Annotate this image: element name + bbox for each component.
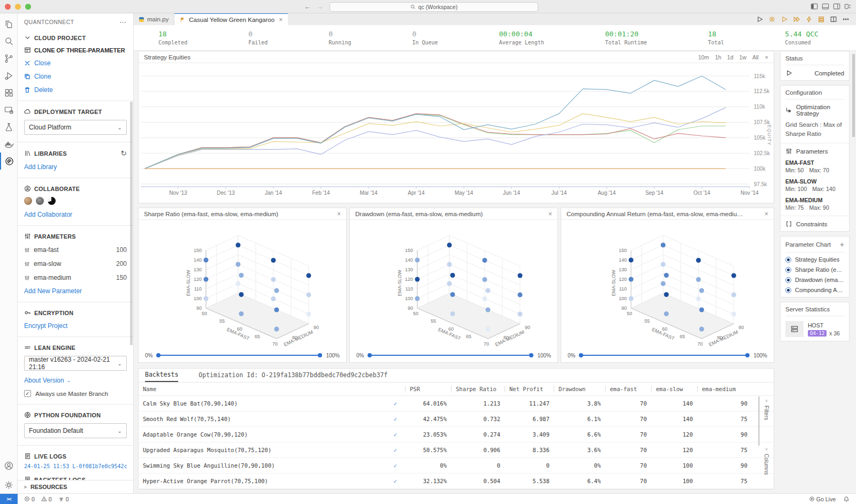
parameter-ema-slow[interactable]: ema-slow200: [24, 260, 127, 268]
run-debug-icon[interactable]: [0, 67, 18, 84]
chart-option-drawdown-ema-fast[interactable]: Drawdown (ema-fast, ...: [785, 277, 844, 283]
warnings-indicator[interactable]: 0: [41, 496, 52, 502]
server-stack-icon[interactable]: [817, 16, 825, 23]
column-header-ema-slow[interactable]: ema-slow: [651, 386, 697, 392]
avatar[interactable]: [48, 197, 56, 205]
minimize-window-button[interactable]: [15, 4, 21, 10]
live-log-entry[interactable]: 24-01-25 11:53 L-0f081b7e0c9542c11ad5..: [24, 463, 127, 469]
remote-explorer-icon[interactable]: [0, 101, 18, 118]
range-1w[interactable]: 1w: [739, 54, 746, 60]
backtest-row[interactable]: Hyper-Active Orange Parrot(70,75,100)✓32…: [139, 474, 774, 489]
avatar[interactable]: [24, 197, 32, 205]
range-all[interactable]: All: [752, 54, 759, 60]
close-panel-icon[interactable]: ×: [765, 54, 768, 60]
avatar[interactable]: [36, 197, 44, 205]
python-foundation-select[interactable]: Foundation Default ⌄: [24, 423, 127, 438]
lean-version-select[interactable]: master v16263 - 2024-02-21 21:16 ⌄: [24, 356, 127, 371]
window-controls[interactable]: [5, 4, 31, 10]
live-lightning-icon[interactable]: [805, 16, 813, 23]
delete-project-button[interactable]: Delete: [24, 86, 127, 94]
column-header-drawdown[interactable]: Drawdown: [554, 386, 605, 392]
toggle-panel-icon[interactable]: [822, 3, 829, 10]
project-name[interactable]: CLONE OF THREE-PARAMETER OPTIMI...: [24, 47, 127, 54]
checkbox-checked[interactable]: ✓: [24, 390, 31, 397]
column-header-sharpe-ratio[interactable]: Sharpe Ratio: [451, 386, 505, 392]
table-scrollbar[interactable]: [758, 396, 760, 446]
column-header-ema-fast[interactable]: ema-fast: [605, 386, 651, 392]
backtest-row[interactable]: Swimming Sky Blue Anguilline(70,90,100)✓…: [139, 458, 774, 474]
encrypt-project-button[interactable]: Encrypt Project: [24, 322, 127, 330]
nav-back-icon[interactable]: ←: [304, 3, 311, 11]
source-control-icon[interactable]: [0, 50, 18, 67]
chart-option-compounding-annual[interactable]: Compounding Annual ...: [785, 287, 844, 293]
run-icon[interactable]: [756, 16, 763, 23]
notifications-bell-icon[interactable]: [843, 496, 850, 502]
backtest-row[interactable]: Adaptable Orange Cow(70,90,120)✓23.053%0…: [139, 427, 774, 442]
slider-handle-min[interactable]: [368, 353, 372, 357]
slider-handle-max[interactable]: [318, 353, 322, 357]
more-actions-icon[interactable]: [842, 16, 850, 23]
close-panel-icon[interactable]: ×: [765, 210, 768, 218]
add-new-parameter-button[interactable]: Add New Parameter: [24, 287, 127, 295]
resources-section[interactable]: ＞ RESOURCES: [18, 480, 133, 493]
cloud-project-header[interactable]: CLOUD PROJECT: [24, 34, 127, 41]
explorer-icon[interactable]: [0, 16, 18, 33]
slider-handle-min[interactable]: [156, 353, 160, 357]
backtest-row[interactable]: Upgraded Asparagus Mosquito(70,75,120)✓5…: [139, 442, 774, 458]
add-chart-icon[interactable]: +: [840, 240, 844, 249]
search-icon[interactable]: [0, 33, 18, 50]
slider-track[interactable]: [368, 355, 533, 356]
nav-forward-icon[interactable]: →: [316, 3, 323, 11]
build-gear-icon[interactable]: [768, 16, 776, 23]
column-header-psr[interactable]: PSR: [405, 386, 451, 392]
close-window-button[interactable]: [5, 4, 11, 10]
add-collaborator-button[interactable]: Add Collaborator: [24, 211, 127, 218]
range-1d[interactable]: 1d: [727, 54, 733, 60]
range-10m[interactable]: 10m: [698, 54, 709, 60]
about-version-link[interactable]: About Version ⌄: [24, 377, 127, 384]
workspace-search-input[interactable]: qc (Workspace): [330, 2, 538, 12]
add-library-button[interactable]: Add Library: [24, 163, 127, 171]
errors-indicator[interactable]: 0: [24, 496, 35, 502]
column-header-net-profit[interactable]: Net Profit: [505, 386, 554, 392]
optimize-fast-forward-icon[interactable]: [793, 16, 800, 23]
slider-handle-min[interactable]: [579, 353, 583, 357]
backtest-play-icon[interactable]: [781, 16, 788, 23]
column-header-name[interactable]: Name: [139, 386, 386, 392]
close-project-button[interactable]: Close: [24, 59, 127, 67]
parameter-ema-medium[interactable]: ema-medium150: [24, 274, 127, 281]
sidebar-scrollbar[interactable]: [130, 102, 133, 345]
customize-layout-icon[interactable]: [844, 3, 852, 10]
testing-icon[interactable]: [0, 118, 18, 135]
slider-track[interactable]: [579, 355, 749, 356]
parameter-ema-fast[interactable]: ema-fast100: [24, 246, 127, 254]
main-scrollbar[interactable]: [852, 54, 855, 137]
range-1h[interactable]: 1h: [715, 54, 721, 60]
backtests-tab[interactable]: Backtests: [145, 371, 178, 382]
ports-indicator[interactable]: 0: [58, 496, 69, 502]
refresh-icon[interactable]: ↻: [121, 149, 127, 157]
quantconnect-icon[interactable]: [0, 152, 18, 170]
slider-handle-max[interactable]: [529, 353, 533, 357]
tab-main-py[interactable]: main.py: [134, 13, 174, 25]
settings-gear-icon[interactable]: [0, 476, 18, 493]
tab-optimization-result[interactable]: Casual Yellow Green Kangaroo ×: [174, 13, 288, 25]
close-panel-icon[interactable]: ×: [548, 210, 552, 218]
go-live-button[interactable]: Go Live: [809, 496, 836, 502]
filters-rail-button[interactable]: ＞ Filters: [763, 399, 770, 420]
slider-handle-max[interactable]: [745, 353, 750, 357]
docker-icon[interactable]: [0, 135, 18, 152]
column-header-ema-medium[interactable]: ema-medium: [697, 386, 752, 392]
close-panel-icon[interactable]: ×: [337, 210, 341, 218]
close-tab-icon[interactable]: ×: [279, 16, 282, 24]
chart-option-sharpe-ratio-ema-fast[interactable]: Sharpe Ratio (ema-fast...: [785, 266, 844, 273]
deployment-target-select[interactable]: Cloud Platform ⌄: [24, 120, 127, 135]
extensions-icon[interactable]: [0, 84, 18, 101]
clone-project-button[interactable]: Clone: [24, 73, 127, 80]
chart-option-strategy-equities[interactable]: Strategy Equities: [785, 256, 844, 263]
zoom-window-button[interactable]: [25, 4, 31, 10]
toggle-secondary-sidebar-icon[interactable]: [833, 3, 840, 10]
sidebar-more-icon[interactable]: ⋯: [119, 18, 127, 26]
account-icon[interactable]: [0, 457, 18, 474]
slider-track[interactable]: [157, 355, 322, 356]
